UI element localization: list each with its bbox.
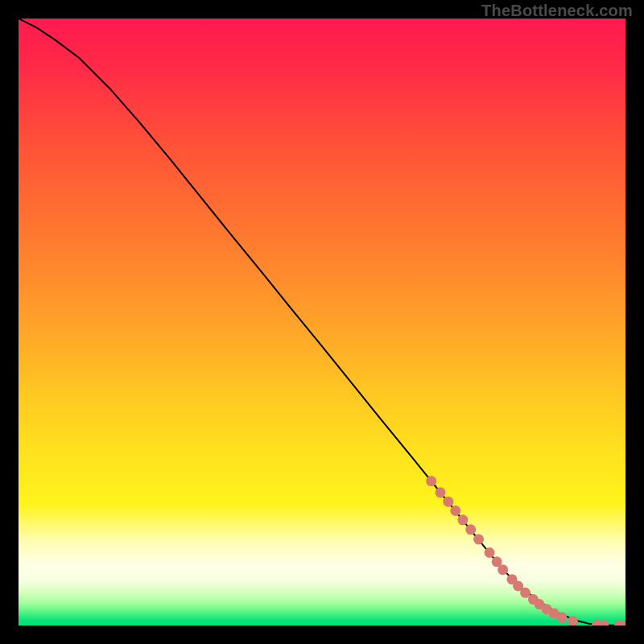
chart-stage: TheBottleneck.com xyxy=(0,0,644,644)
watermark-text: TheBottleneck.com xyxy=(481,2,633,20)
plot-area xyxy=(19,19,625,625)
data-dot xyxy=(443,497,453,507)
data-dot xyxy=(497,564,508,575)
data-dot xyxy=(436,487,446,497)
data-dot xyxy=(426,476,436,486)
data-dot xyxy=(465,524,476,535)
chart-svg xyxy=(19,19,625,625)
data-dot xyxy=(450,506,460,516)
data-dot xyxy=(556,612,567,622)
gradient-background xyxy=(19,19,625,625)
data-dot xyxy=(457,514,468,525)
data-dot xyxy=(485,547,495,558)
data-dot xyxy=(473,534,484,544)
